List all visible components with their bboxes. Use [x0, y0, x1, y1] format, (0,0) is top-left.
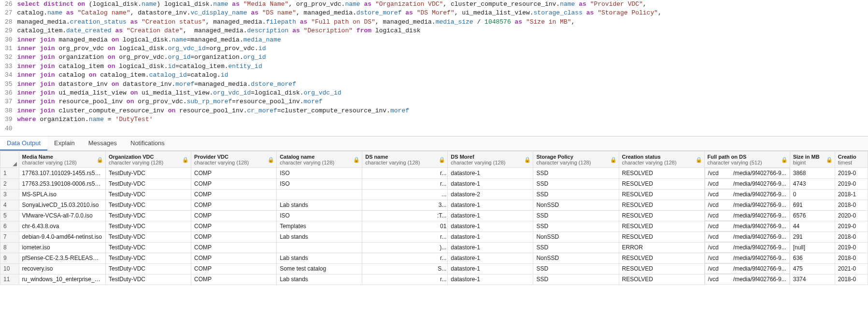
cell[interactable]: TestDuty-VDC — [105, 178, 191, 189]
table-row[interactable]: 10recovery.isoTestDuty-VDCCOMPSome test … — [0, 263, 868, 274]
cell[interactable]: 2018-1 — [835, 189, 868, 200]
row-number[interactable]: 6 — [0, 221, 19, 232]
cell[interactable]: Lab stands — [277, 274, 362, 285]
cell[interactable]: r... — [362, 232, 448, 242]
column-header[interactable]: Provider VDCcharacter varying (128)🔒 — [191, 151, 277, 168]
cell[interactable]: S... — [362, 263, 448, 274]
cell[interactable]: 2019-0 — [835, 168, 868, 179]
code-line[interactable]: inner join catalog on catalog_item.catal… — [17, 71, 662, 80]
cell[interactable]: datastore-1 — [448, 274, 533, 285]
cell[interactable]: MS-SPLA.iso — [19, 189, 105, 200]
column-header[interactable]: Media Namecharacter varying (128)🔒 — [19, 151, 105, 168]
tab-data-output[interactable]: Data Output — [0, 136, 47, 150]
cell[interactable]: /vcd/media/9f402766-9... — [705, 178, 790, 189]
cell[interactable]: 3... — [362, 200, 448, 210]
cell[interactable]: 2018-0 — [835, 274, 868, 285]
code-line[interactable]: catalog_item.date_created as "Creation d… — [17, 27, 662, 35]
cell[interactable]: TestDuty-VDC — [105, 168, 191, 179]
table-row[interactable]: 3MS-SPLA.isoTestDuty-VDCCOMP...datastore… — [0, 189, 868, 200]
cell[interactable]: /vcd/media/9f402766-9... — [705, 168, 790, 178]
cell[interactable]: COMP — [191, 263, 277, 274]
cell[interactable]: 6576 — [790, 210, 835, 221]
cell[interactable]: 0 — [790, 189, 835, 200]
cell[interactable]: /vcd/media/9f402766-9... — [705, 221, 790, 232]
row-number[interactable]: 5 — [0, 210, 19, 221]
cell[interactable]: 2018-0 — [835, 232, 868, 242]
cell[interactable]: SSD — [533, 221, 619, 232]
cell[interactable]: /vcd/media/9f402766-9... — [705, 274, 790, 285]
cell[interactable]: NonSSD — [533, 200, 619, 210]
cell[interactable]: SSD — [533, 168, 619, 179]
cell[interactable]: datastore-1 — [448, 221, 533, 232]
cell[interactable]: RESOLVED — [619, 263, 704, 274]
cell[interactable]: r... — [362, 178, 448, 189]
cell[interactable]: 691 — [790, 200, 835, 210]
cell[interactable]: TestDuty-VDC — [105, 210, 191, 221]
column-header[interactable]: Creation statuscharacter varying (128)🔒 — [619, 151, 704, 168]
cell[interactable]: /vcd/media/9f402766-9... — [705, 189, 790, 200]
code-line[interactable] — [17, 124, 662, 133]
cell[interactable]: COMP — [191, 200, 277, 210]
cell[interactable]: datastore-1 — [448, 232, 533, 242]
cell[interactable]: Lab stands — [277, 232, 362, 242]
result-grid[interactable]: ◢Media Namecharacter varying (128)🔒Organ… — [0, 151, 868, 285]
cell[interactable]: Lab stands — [277, 253, 362, 263]
cell[interactable]: datastore-1 — [448, 263, 533, 274]
column-header[interactable]: Catalog namecharacter varying (128)🔒 — [277, 151, 362, 168]
cell[interactable]: COMP — [191, 221, 277, 232]
cell[interactable]: datastore-1 — [448, 200, 533, 210]
cell[interactable]: TestDuty-VDC — [105, 221, 191, 232]
cell[interactable]: COMP — [191, 242, 277, 253]
cell[interactable]: datastore-1 — [448, 210, 533, 221]
cell[interactable]: NonSSD — [533, 253, 619, 263]
cell[interactable]: r... — [362, 274, 448, 285]
cell[interactable]: 2021-0 — [835, 263, 868, 274]
row-number[interactable]: 1 — [0, 168, 19, 179]
cell[interactable]: TestDuty-VDC — [105, 242, 191, 253]
tab-messages[interactable]: Messages — [82, 136, 124, 150]
code-line[interactable]: where organization.name = 'DutyTest' — [17, 115, 662, 124]
table-row[interactable]: 11ru_windows_10_enterprise_20...TestDuty… — [0, 274, 868, 285]
cell[interactable]: )... — [362, 242, 448, 253]
cell[interactable]: datastore-1 — [448, 242, 533, 253]
cell[interactable]: /vcd/media/9f402766-9... — [705, 253, 790, 263]
table-row[interactable]: 6chr-6.43.8.ovaTestDuty-VDCCOMPTemplates… — [0, 221, 868, 232]
table-row[interactable]: 217763.253.190108-0006.rs5_r...TestDuty-… — [0, 178, 868, 189]
cell[interactable] — [277, 242, 362, 253]
tab-notifications[interactable]: Notifications — [124, 136, 171, 150]
cell[interactable]: COMP — [191, 189, 277, 200]
cell[interactable]: TestDuty-VDC — [105, 200, 191, 210]
cell[interactable]: r... — [362, 253, 448, 263]
cell[interactable] — [277, 189, 362, 200]
cell[interactable]: 636 — [790, 253, 835, 263]
code-line[interactable]: inner join ui_media_list_view on ui_medi… — [17, 89, 662, 97]
cell[interactable]: COMP — [191, 253, 277, 263]
cell[interactable]: r... — [362, 168, 448, 179]
cell[interactable]: Templates — [277, 221, 362, 232]
cell[interactable]: SSD — [533, 189, 619, 200]
table-row[interactable]: 7debian-9.4.0-amd64-netinst.isoTestDuty-… — [0, 232, 868, 242]
cell[interactable]: ... — [362, 189, 448, 200]
cell[interactable]: ERROR — [619, 242, 704, 253]
row-number[interactable]: 11 — [0, 274, 19, 285]
cell[interactable]: SonyaLiveCD_15.03.2010.iso — [19, 200, 105, 210]
cell[interactable]: /vcd/media/9f402766-9... — [705, 200, 790, 210]
code-line[interactable]: select distinct on (logical_disk.name) l… — [17, 0, 662, 9]
cell[interactable]: COMP — [191, 274, 277, 285]
cell[interactable]: 291 — [790, 232, 835, 242]
code-line[interactable]: inner join datastore_inv on datastore_in… — [17, 80, 662, 89]
cell[interactable]: datastore-1 — [448, 253, 533, 263]
column-header[interactable]: Storage Policycharacter varying (128)🔒 — [533, 151, 619, 168]
cell[interactable]: datastore-1 — [448, 168, 533, 179]
cell[interactable]: 17763.253.190108-0006.rs5_r... — [19, 178, 105, 189]
cell[interactable]: SSD — [533, 274, 619, 285]
code-line[interactable]: inner join managed_media on logical_disk… — [17, 36, 662, 44]
cell[interactable]: /vcd/media/9f402766-9... — [705, 263, 790, 274]
table-row[interactable]: 5VMware-VCSA-all-7.0.0.isoTestDuty-VDCCO… — [0, 210, 868, 221]
cell[interactable]: COMP — [191, 168, 277, 179]
cell[interactable]: TestDuty-VDC — [105, 274, 191, 285]
table-row[interactable]: 117763.107.101029-1455.rs5_r...TestDuty-… — [0, 168, 868, 179]
sql-editor[interactable]: 262728293031323334353637383940 select di… — [0, 0, 868, 133]
cell[interactable]: RESOLVED — [619, 178, 704, 189]
cell[interactable]: TestDuty-VDC — [105, 263, 191, 274]
